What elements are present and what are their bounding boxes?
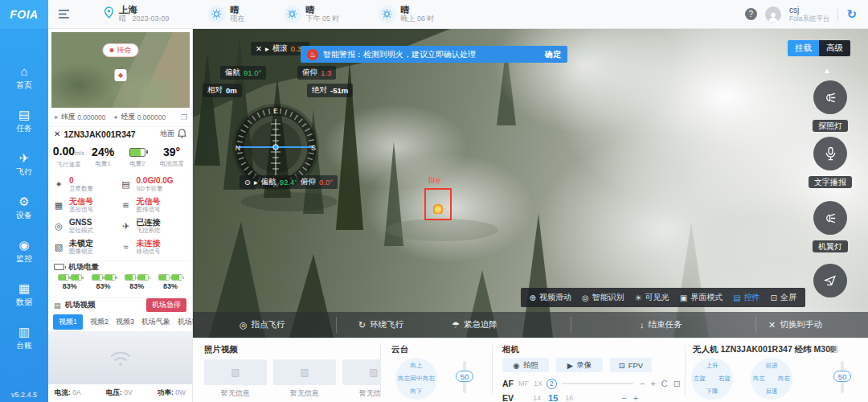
focus-minus-button[interactable]: − bbox=[640, 379, 645, 388]
weather-6pm: 晴 晚上 06 时 bbox=[379, 5, 435, 23]
weather-cond: 晴 bbox=[306, 5, 340, 14]
sidebar-item-tasks[interactable]: ▤ 任务 bbox=[0, 100, 48, 143]
sidebar: FOIA ⌂ 首页 ▤ 任务 ✈ 飞行 ⚙ 设备 ◉ 监控 bbox=[0, 0, 48, 402]
detect-icon: ◎ bbox=[582, 293, 589, 302]
arm-light-button[interactable] bbox=[813, 201, 847, 235]
camera-switch-icon[interactable]: ▣ bbox=[829, 343, 837, 354]
orbit-flight-button[interactable]: ↻环绕飞行 bbox=[358, 312, 403, 338]
fpv-button[interactable]: ⊡FPV bbox=[610, 358, 652, 372]
focus-plus-button[interactable]: + bbox=[650, 379, 655, 388]
expand-icon[interactable]: ▸ bbox=[265, 44, 269, 53]
take-photo-button[interactable]: ◉拍照 bbox=[502, 358, 549, 372]
weather-now: 晴 现在 bbox=[208, 5, 245, 23]
menu-toggle-icon[interactable] bbox=[58, 9, 70, 19]
visible-light-toggle[interactable]: ☀可见光 bbox=[635, 292, 669, 303]
smart-detect-toggle[interactable]: ◎智能识别 bbox=[582, 292, 624, 303]
media-thumbnail[interactable]: ▨ bbox=[273, 359, 336, 385]
drone-icon: ✕ bbox=[256, 44, 262, 53]
stat-temperature: 39° 电池温度 bbox=[154, 142, 189, 171]
af-value-badge[interactable]: 2 bbox=[547, 379, 557, 389]
battery-icon bbox=[54, 264, 64, 270]
dock-estop-button[interactable]: 机场急停 bbox=[146, 298, 186, 312]
left-button[interactable]: 向左 bbox=[753, 375, 765, 383]
lng-icon: ✦ bbox=[113, 113, 119, 121]
emergency-landing-button[interactable]: ☂紧急迫降 bbox=[452, 312, 497, 338]
forward-button[interactable]: 前进 bbox=[766, 362, 778, 370]
send-flight-button[interactable] bbox=[813, 264, 847, 297]
bell-icon[interactable] bbox=[178, 127, 186, 142]
tab-video2[interactable]: 视频2 bbox=[90, 317, 108, 327]
expand-icon[interactable]: ▸ bbox=[254, 178, 258, 187]
sidebar-item-flight[interactable]: ✈ 飞行 bbox=[0, 143, 48, 187]
gimbal-zoom-value[interactable]: 50 bbox=[456, 371, 473, 382]
ev-tick[interactable]: 16 bbox=[565, 394, 573, 402]
gimbal-up-button[interactable]: 向上 bbox=[411, 362, 423, 370]
ev-tick-active[interactable]: 15 bbox=[548, 393, 558, 402]
alert-confirm-button[interactable]: 确定 bbox=[545, 49, 561, 60]
ascend-button[interactable]: 上升 bbox=[706, 362, 719, 370]
status-value: 未锁定 bbox=[69, 239, 93, 248]
wattage-value: 0W bbox=[175, 388, 186, 396]
current-label: 电流: bbox=[55, 388, 71, 396]
focus-slider[interactable] bbox=[562, 383, 633, 384]
rotate-right-button[interactable]: 右旋 bbox=[719, 375, 731, 383]
sidebar-item-home[interactable]: ⌂ 首页 bbox=[0, 56, 48, 100]
ev-tick[interactable]: 14 bbox=[533, 394, 541, 402]
focus-grid-icon[interactable]: ⊡ bbox=[674, 379, 681, 389]
backward-button[interactable]: 后退 bbox=[766, 388, 778, 396]
help-icon[interactable]: ? bbox=[745, 8, 757, 20]
sidebar-item-label: 台账 bbox=[16, 340, 32, 351]
tab-video3[interactable]: 视频3 bbox=[116, 317, 134, 327]
gimbal-yaw-value: 92.4° bbox=[280, 178, 297, 187]
battery-icon bbox=[104, 274, 116, 281]
drone-altitude-dpad: 上升 左旋 右旋 下降 bbox=[691, 358, 733, 400]
mini-map[interactable]: 待命 ◆ bbox=[51, 32, 190, 108]
video-drag-toggle[interactable]: ⊕视频滑动 bbox=[530, 292, 571, 303]
af-label[interactable]: AF bbox=[502, 379, 514, 388]
record-button[interactable]: ▶录像 bbox=[556, 358, 603, 372]
collapse-arrow-icon[interactable]: ▲ bbox=[823, 66, 831, 75]
wattage-label: 功率: bbox=[158, 388, 174, 396]
media-thumbnail[interactable]: ▨ bbox=[204, 359, 267, 385]
sidebar-item-monitor[interactable]: ◉ 监控 bbox=[0, 230, 48, 273]
tab-advanced[interactable]: 高级 bbox=[819, 40, 850, 56]
tab-video1[interactable]: 视频1 bbox=[53, 314, 83, 330]
emergency-landing-icon: ☂ bbox=[452, 320, 460, 330]
copy-icon[interactable]: ❐ bbox=[181, 113, 187, 121]
descend-button[interactable]: 下降 bbox=[706, 388, 719, 396]
gimbal-right-button[interactable]: 向右 bbox=[423, 375, 435, 383]
location-selector[interactable]: 上海 晴 2023-03-09 bbox=[104, 5, 170, 23]
avatar[interactable] bbox=[765, 6, 781, 23]
searchlight-button[interactable] bbox=[813, 80, 847, 114]
ev-minus-button[interactable]: − bbox=[621, 393, 626, 402]
mf-label[interactable]: MF bbox=[518, 379, 529, 388]
focus-c-button[interactable]: C bbox=[661, 379, 668, 388]
controls-toggle[interactable]: ▤控件 bbox=[733, 292, 760, 303]
tab-dock-weather[interactable]: 机场气象 bbox=[141, 317, 170, 327]
tab-payload[interactable]: 挂载 bbox=[788, 40, 819, 56]
rotate-left-button[interactable]: 左旋 bbox=[694, 375, 706, 383]
video-feed[interactable]: ✕▸ 横滚 0.3° 偏航 91.0° 俯仰 1.3 相对 0m 绝对 -51m… bbox=[193, 29, 868, 338]
fullscreen-button[interactable]: ⊡全屏 bbox=[771, 292, 796, 303]
ground-mode-dropdown[interactable]: 地面 bbox=[160, 129, 174, 139]
point-flight-button[interactable]: ◎指点飞行 bbox=[240, 312, 285, 338]
gimbal-center-button[interactable]: 回中 bbox=[411, 375, 423, 383]
interface-mode-toggle[interactable]: ▣界面模式 bbox=[680, 292, 723, 303]
status-sdcard: ▤ 0.0G/0.0G SD卡容量 bbox=[121, 174, 188, 195]
ev-plus-button[interactable]: + bbox=[633, 393, 638, 402]
lat-icon: ✦ bbox=[53, 113, 59, 121]
gimbal-down-button[interactable]: 向下 bbox=[411, 388, 423, 396]
end-task-button[interactable]: ↓结束任务 bbox=[640, 312, 682, 338]
speaker-button[interactable] bbox=[813, 137, 847, 170]
media-thumbnail[interactable]: ▨ bbox=[342, 359, 380, 385]
drone-zoom-value[interactable]: 50 bbox=[833, 371, 851, 382]
sidebar-item-data[interactable]: ▦ 数据 bbox=[0, 273, 48, 317]
refresh-icon[interactable]: ↻ bbox=[846, 7, 857, 22]
zoom-1x-label[interactable]: 1X bbox=[534, 379, 542, 388]
manual-switch-button[interactable]: ✕切换到手动 bbox=[768, 312, 822, 338]
right-button[interactable]: 向右 bbox=[778, 375, 790, 383]
weather-cond: 晴 bbox=[401, 5, 435, 14]
sidebar-item-ledger[interactable]: ▥ 台账 bbox=[0, 317, 48, 360]
gimbal-left-button[interactable]: 向左 bbox=[398, 375, 410, 383]
sidebar-item-devices[interactable]: ⚙ 设备 bbox=[0, 187, 48, 230]
